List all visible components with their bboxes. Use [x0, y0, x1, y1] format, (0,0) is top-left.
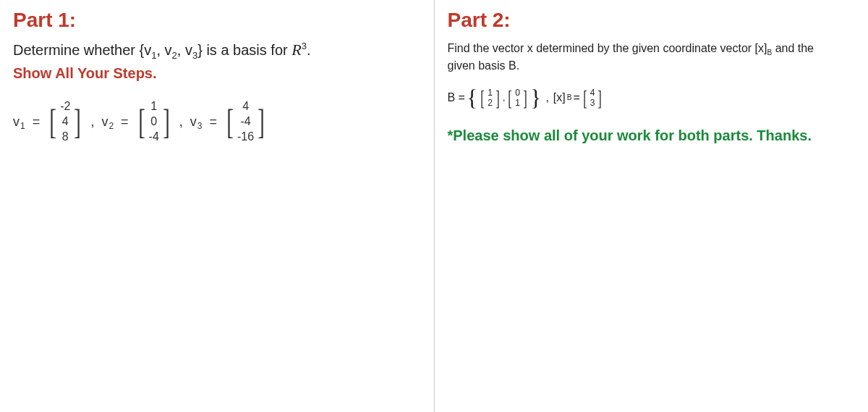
part1-prompt: Determine whether {v1, v2, v3} is a basi… — [13, 41, 421, 61]
v3-label: v3 — [190, 114, 203, 130]
part2-column: Part 2: Find the vector x determined by … — [435, 0, 869, 412]
part2-title: Part 2: — [448, 9, 856, 32]
part1-column: Part 1: Determine whether {v1, v2, v3} i… — [0, 0, 434, 412]
please-show-work: *Please show all of your work for both p… — [448, 125, 856, 146]
part2-prompt: Find the vector x determined by the give… — [448, 41, 856, 75]
part1-show-steps: Show All Your Steps. — [13, 65, 421, 82]
part1-title: Part 1: — [13, 9, 421, 32]
v3-matrix: [ 4 -4 -16 ] — [224, 99, 267, 144]
v1-matrix: [ -2 4 8 ] — [47, 99, 83, 144]
part2-math: B = { [ 1 2 ] , [ 0 1 ] } , [x]B = [ 4 3… — [448, 88, 856, 109]
v1-label: v1 — [13, 114, 25, 130]
v2-matrix: [ 1 0 -4 ] — [136, 99, 172, 144]
part1-vectors: v1 = [ -2 4 8 ] , v2 = [ 1 0 -4 ] , v3 = — [13, 99, 421, 144]
v2-label: v2 — [101, 114, 114, 130]
